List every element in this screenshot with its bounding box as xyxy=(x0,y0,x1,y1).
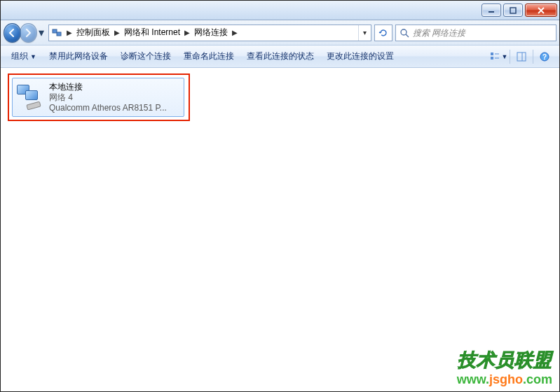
crumb-network-internet[interactable]: 网络和 Internet xyxy=(122,27,182,38)
label: 更改此连接的设置 xyxy=(327,50,394,62)
view-mode-button[interactable]: ▼ xyxy=(488,46,509,67)
refresh-icon xyxy=(378,27,389,38)
watermark: 技术员联盟 www.www.jsgho.comjsgho.com xyxy=(457,348,552,387)
organize-menu[interactable]: 组织▼ xyxy=(5,46,43,67)
label: 组织 xyxy=(11,50,28,62)
maximize-button[interactable] xyxy=(503,4,523,17)
close-icon xyxy=(537,7,545,14)
connection-item[interactable]: 本地连接 网络 4 Qualcomm Atheros AR8151 P... xyxy=(12,78,184,117)
diagnose-connection[interactable]: 诊断这个连接 xyxy=(114,46,177,67)
command-bar: 组织▼ 禁用此网络设备 诊断这个连接 重命名此连接 查看此连接的状态 更改此连接… xyxy=(1,46,559,68)
search-input[interactable] xyxy=(413,28,552,38)
label: 重命名此连接 xyxy=(184,50,234,62)
crumb-control-panel[interactable]: 控制面板 xyxy=(74,27,112,38)
ethernet-icon xyxy=(17,83,45,111)
help-button[interactable]: ? xyxy=(534,46,555,67)
svg-rect-7 xyxy=(491,57,493,59)
svg-rect-0 xyxy=(489,11,494,13)
chevron-right-icon: ▶ xyxy=(112,29,122,36)
window-title-bar xyxy=(1,1,559,20)
minimize-button[interactable] xyxy=(482,4,501,17)
chevron-right-icon: ▶ xyxy=(230,29,240,36)
address-dropdown[interactable]: ▾ xyxy=(358,25,371,41)
crumb-network-connections[interactable]: 网络连接 xyxy=(192,27,230,38)
minimize-icon xyxy=(488,7,495,14)
help-icon: ? xyxy=(539,51,550,62)
label: 查看此连接的状态 xyxy=(247,50,314,62)
svg-rect-2 xyxy=(53,29,57,33)
chevron-right-icon: ▶ xyxy=(64,29,74,36)
arrow-left-icon xyxy=(7,28,17,38)
network-icon xyxy=(49,27,64,38)
preview-icon xyxy=(516,51,527,62)
forward-button[interactable] xyxy=(20,23,37,43)
search-box[interactable] xyxy=(395,24,556,41)
svg-rect-1 xyxy=(510,8,516,13)
history-dropdown[interactable]: ▾ xyxy=(37,23,46,43)
connection-device: Qualcomm Atheros AR8151 P... xyxy=(49,103,167,113)
chevron-down-icon: ▼ xyxy=(502,53,508,60)
chevron-down-icon: ▼ xyxy=(30,53,36,60)
navigation-bar: ▾ ▶ 控制面板 ▶ 网络和 Internet ▶ 网络连接 ▶ ▾ xyxy=(1,20,559,46)
content-pane: 本地连接 网络 4 Qualcomm Atheros AR8151 P... 技… xyxy=(1,68,559,391)
connection-name: 本地连接 xyxy=(49,82,167,92)
svg-rect-10 xyxy=(517,52,526,61)
close-button[interactable] xyxy=(525,4,557,17)
divider xyxy=(533,50,533,64)
connection-network: 网络 4 xyxy=(49,92,167,103)
nav-buttons: ▾ xyxy=(4,22,46,43)
svg-rect-3 xyxy=(57,32,61,36)
rename-connection[interactable]: 重命名此连接 xyxy=(177,46,240,67)
connection-text: 本地连接 网络 4 Qualcomm Atheros AR8151 P... xyxy=(49,82,167,113)
maximize-icon xyxy=(510,7,517,14)
preview-pane-button[interactable] xyxy=(511,46,532,67)
arrow-right-icon xyxy=(23,28,33,38)
search-icon xyxy=(399,28,409,38)
refresh-button[interactable] xyxy=(374,24,392,41)
selection-highlight: 本地连接 网络 4 Qualcomm Atheros AR8151 P... xyxy=(8,74,190,121)
label: 诊断这个连接 xyxy=(121,50,171,62)
chevron-right-icon: ▶ xyxy=(182,29,192,36)
back-button[interactable] xyxy=(4,23,21,43)
watermark-title: 技术员联盟 xyxy=(457,348,552,372)
view-status[interactable]: 查看此连接的状态 xyxy=(240,46,320,67)
address-bar[interactable]: ▶ 控制面板 ▶ 网络和 Internet ▶ 网络连接 ▶ ▾ xyxy=(48,24,371,41)
svg-point-4 xyxy=(401,29,407,35)
svg-text:?: ? xyxy=(542,53,547,61)
watermark-url: www.www.jsgho.comjsgho.com xyxy=(457,372,552,387)
disable-device[interactable]: 禁用此网络设备 xyxy=(43,46,114,67)
svg-rect-6 xyxy=(491,52,493,55)
label: 禁用此网络设备 xyxy=(49,50,108,62)
change-settings[interactable]: 更改此连接的设置 xyxy=(320,46,400,67)
divider xyxy=(510,50,510,64)
view-icon xyxy=(489,51,500,62)
svg-line-5 xyxy=(406,34,409,37)
